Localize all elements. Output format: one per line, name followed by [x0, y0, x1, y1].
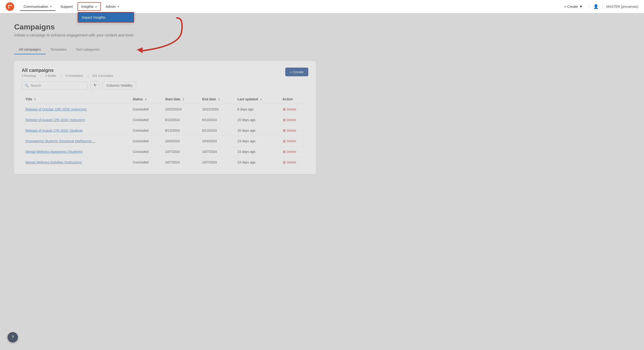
- communication-label: Communication: [24, 4, 48, 8]
- table-row: Mental Wellness Awareness (Students) Con…: [22, 146, 308, 157]
- delete-button-3[interactable]: 🗑 Delete: [283, 129, 296, 132]
- search-input[interactable]: [31, 84, 85, 87]
- delete-label-4: Delete: [287, 139, 296, 143]
- cell-title-2: Release of August 17th 2024: Instructors: [22, 115, 129, 125]
- cell-title-1: Release of October 19th 2024: Instructor…: [22, 104, 129, 115]
- trash-icon-1: 🗑: [283, 107, 286, 111]
- campaigns-table: Title ⇕ Status ⇕ Start date ⇕ End date ⇕: [22, 94, 308, 167]
- stat-divider-3: |: [88, 74, 88, 77]
- nav-item-communication[interactable]: Communication ▼: [20, 2, 56, 11]
- cell-end-5: 10/7/2024: [198, 146, 234, 157]
- cell-end-3: 8/13/2024: [198, 125, 234, 136]
- col-action: Action: [279, 94, 308, 104]
- col-last-updated[interactable]: Last updated ▼: [234, 94, 279, 104]
- columns-visibility-label: Columns Visibility: [106, 84, 132, 87]
- nav-divider: [589, 4, 590, 9]
- cell-start-6: 10/7/2024: [161, 157, 198, 168]
- filter-icon: ⧨: [94, 83, 97, 87]
- create-label: + Create: [564, 4, 578, 8]
- cell-action-3: 🗑 Delete: [279, 125, 308, 136]
- campaign-link-3[interactable]: Release of August 17th 2024: Students: [26, 129, 83, 132]
- cell-end-6: 10/7/2024: [198, 157, 234, 168]
- filter-button[interactable]: ⧨: [90, 81, 100, 90]
- cell-title-3: Release of August 17th 2024: Students: [22, 125, 129, 136]
- nav-items: Communication ▼ Support Insights ▲ Impac…: [20, 2, 561, 11]
- toolbar: 🔍 ⧨ Columns Visibility: [22, 81, 308, 90]
- status-sort-icon: ⇕: [145, 98, 147, 101]
- delete-label-6: Delete: [287, 160, 296, 164]
- cell-start-3: 8/13/2024: [161, 125, 198, 136]
- cell-start-5: 10/7/2024: [161, 146, 198, 157]
- nav-divider-2: [602, 4, 602, 9]
- cell-start-1: 10/22/2024: [161, 104, 198, 115]
- delete-button-4[interactable]: 🗑 Delete: [283, 139, 296, 143]
- trash-icon-4: 🗑: [283, 139, 286, 143]
- user-icon[interactable]: 👤: [593, 4, 598, 9]
- cell-action-6: 🗑 Delete: [279, 157, 308, 168]
- col-start-date[interactable]: Start date ⇕: [161, 94, 198, 104]
- topnav-right: + Create ▼ 👤 MASTER (precanvas): [561, 3, 638, 10]
- nav-insights-wrapper: Insights ▲ Impact Insights: [78, 2, 101, 11]
- section-header: All campaigns 0 Running | 2 Drafts | 0 S…: [22, 68, 308, 77]
- table-row: Empowering Students' Emotional Intellige…: [22, 136, 308, 146]
- cell-end-1: 10/22/2024: [198, 104, 234, 115]
- stat-concluded: 151 Concluded: [92, 74, 113, 77]
- nav-item-insights[interactable]: Insights ▲: [78, 2, 101, 11]
- cell-status-5: Concluded: [129, 146, 161, 157]
- table-header-row: Title ⇕ Status ⇕ Start date ⇕ End date ⇕: [22, 94, 308, 104]
- delete-label-1: Delete: [287, 107, 296, 111]
- stat-divider-2: |: [61, 74, 62, 77]
- columns-visibility-button[interactable]: Columns Visibility: [102, 81, 136, 89]
- col-end-date[interactable]: End date ⇕: [198, 94, 234, 104]
- cell-updated-3: 20 days ago: [234, 125, 279, 136]
- col-title[interactable]: Title ⇕: [22, 94, 129, 104]
- tab-tool-categories[interactable]: Tool categories: [71, 45, 104, 54]
- delete-label-5: Delete: [287, 150, 296, 154]
- delete-button-6[interactable]: 🗑 Delete: [283, 160, 296, 164]
- table-row: Release of August 17th 2024: Students Co…: [22, 125, 308, 136]
- insights-label: Insights: [81, 4, 94, 8]
- nav-item-support[interactable]: Support: [56, 2, 76, 11]
- support-label: Support: [60, 4, 73, 8]
- cell-end-4: 10/4/2024: [198, 136, 234, 146]
- app-logo[interactable]: [6, 2, 14, 11]
- campaign-link-6[interactable]: Mental Wellness Activities (Instructors): [26, 160, 82, 164]
- cell-status-1: Concluded: [129, 104, 161, 115]
- cell-updated-4: 23 days ago: [234, 136, 279, 146]
- cell-title-5: Mental Wellness Awareness (Students): [22, 146, 129, 157]
- cell-updated-1: 8 days ago: [234, 104, 279, 115]
- tab-templates[interactable]: Templates: [46, 45, 71, 54]
- table-row: Release of August 17th 2024: Instructors…: [22, 115, 308, 125]
- dropdown-item-impact-insights[interactable]: Impact Insights: [78, 12, 134, 22]
- create-button[interactable]: + Create ▼: [561, 3, 586, 10]
- table-row: Release of October 19th 2024: Instructor…: [22, 104, 308, 115]
- page-title: Campaigns: [14, 23, 316, 31]
- search-icon: 🔍: [25, 84, 29, 87]
- cell-start-4: 10/4/2024: [161, 136, 198, 146]
- campaign-link-4[interactable]: Empowering Students' Emotional Intellige…: [26, 139, 95, 143]
- lastupdated-sort-icon: ▼: [260, 98, 262, 101]
- cell-start-2: 8/13/2024: [161, 115, 198, 125]
- stat-scheduled: 0 Scheduled: [66, 74, 82, 77]
- col-status[interactable]: Status ⇕: [129, 94, 161, 104]
- delete-button-2[interactable]: 🗑 Delete: [283, 118, 296, 122]
- cell-status-3: Concluded: [129, 125, 161, 136]
- section-stats: 0 Running | 2 Drafts | 0 Scheduled | 151…: [22, 74, 116, 77]
- cell-action-2: 🗑 Delete: [279, 115, 308, 125]
- section-header-left: All campaigns 0 Running | 2 Drafts | 0 S…: [22, 68, 116, 77]
- stat-drafts: 2 Drafts: [45, 74, 56, 77]
- campaign-link-5[interactable]: Mental Wellness Awareness (Students): [26, 150, 83, 154]
- delete-button-5[interactable]: 🗑 Delete: [283, 150, 296, 154]
- section-title: All campaigns: [22, 68, 116, 73]
- main-content: Campaigns Initiate a campaign to enhance…: [0, 13, 330, 183]
- delete-button-1[interactable]: 🗑 Delete: [283, 107, 296, 111]
- create-campaign-button[interactable]: + Create: [285, 68, 308, 76]
- admin-chevron: ▼: [117, 5, 120, 8]
- trash-icon-2: 🗑: [283, 118, 286, 122]
- page-subtitle: Initiate a campaign to enhance engagemen…: [14, 33, 316, 37]
- tab-all-campaigns[interactable]: All campaigns: [14, 45, 46, 54]
- campaign-link-1[interactable]: Release of October 19th 2024: Instructor…: [26, 107, 87, 111]
- campaign-link-2[interactable]: Release of August 17th 2024: Instructors: [26, 118, 85, 122]
- nav-item-admin[interactable]: Admin ▼: [102, 2, 123, 11]
- top-navigation: Communication ▼ Support Insights ▲ Impac…: [0, 0, 644, 13]
